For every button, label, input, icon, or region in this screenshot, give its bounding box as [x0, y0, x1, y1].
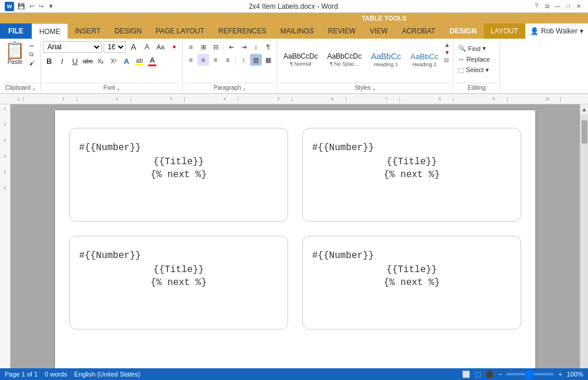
view-web-btn[interactable]: ⬛ — [486, 371, 494, 378]
label-cell-3[interactable]: #{{Number}} {{Title}} {% next %} — [62, 229, 295, 337]
tab-insert[interactable]: INSERT — [68, 23, 108, 39]
restore-btn[interactable]: ⧉ — [542, 2, 552, 11]
align-right-button[interactable]: ≡ — [210, 54, 221, 66]
clipboard-content: 📋 Paste ✂ ⧉ 🖌 — [2, 41, 38, 82]
tab-file[interactable]: FILE — [0, 23, 32, 39]
style-heading2[interactable]: AaBbCc Heading 2 — [406, 41, 443, 79]
style-heading1[interactable]: AaBbCc Heading 1 — [367, 41, 405, 79]
font-row1: Arial 16 A A Aa ✦ — [43, 41, 180, 53]
tab-references[interactable]: REFERENCES — [211, 23, 274, 39]
window-title: 2x4 Item Labels.docx - Word — [55, 2, 532, 11]
format-painter-button[interactable]: 🖌 — [29, 59, 36, 67]
styles-scroll-down[interactable]: ▼ — [443, 49, 450, 56]
text-highlight-button[interactable]: ab — [134, 55, 145, 67]
clipboard-group: 📋 Paste ✂ ⧉ 🖌 Clipboard ⌟ — [0, 40, 41, 92]
tab-table-design[interactable]: DESIGN — [443, 23, 484, 39]
close-btn[interactable]: ✕ — [574, 2, 583, 11]
view-print-btn[interactable]: ⬜ — [462, 371, 470, 378]
font-color-button[interactable]: A — [146, 55, 158, 67]
zoom-in-btn[interactable]: + — [558, 371, 562, 378]
label-cell-2[interactable]: #{{Number}} {{Title}} {% next %} — [295, 121, 528, 229]
italic-button[interactable]: I — [56, 55, 68, 67]
increase-indent-button[interactable]: ⇥ — [238, 41, 249, 53]
tab-table-layout[interactable]: LAYOUT — [484, 23, 525, 39]
save-btn[interactable]: 💾 — [16, 3, 26, 9]
redo-btn[interactable]: ↪ — [37, 3, 45, 9]
editing-content: 🔍 Find ▾ ↔ Replace ⬚ Select ▾ — [456, 41, 497, 82]
tab-mailings[interactable]: MAILINGS — [274, 23, 321, 39]
help-btn[interactable]: ? — [532, 2, 541, 11]
style-heading1-preview: AaBbCc — [371, 52, 401, 60]
bold-button[interactable]: B — [43, 55, 55, 67]
line-spacing-button[interactable]: ↕ — [238, 54, 249, 66]
show-formatting-button[interactable]: ¶ — [262, 41, 274, 53]
styles-scroll-up[interactable]: ▲ — [443, 41, 450, 49]
multilevel-list-button[interactable]: ⊟ — [210, 41, 221, 53]
font-size-select[interactable]: 16 — [104, 41, 126, 53]
bullets-button[interactable]: ≡ — [185, 41, 197, 53]
zoom-out-btn[interactable]: − — [498, 371, 502, 378]
shading-button[interactable]: ▥ — [250, 54, 262, 66]
style-no-spacing-label: ¶ No Spac... — [330, 61, 358, 67]
clear-format-button[interactable]: ✦ — [168, 41, 180, 53]
select-icon: ⬚ — [458, 66, 464, 74]
style-no-spacing[interactable]: AaBbCcDc ¶ No Spac... — [323, 41, 366, 79]
tab-design[interactable]: DESIGN — [108, 23, 149, 39]
view-full-btn[interactable]: ⬚ — [475, 371, 481, 378]
label-cell-4[interactable]: #{{Number}} {{Title}} {% next %} — [295, 229, 528, 337]
replace-button[interactable]: ↔ Replace — [456, 55, 492, 64]
copy-button[interactable]: ⧉ — [29, 50, 36, 59]
status-bar: Page 1 of 1 0 words English (United Stat… — [0, 368, 588, 380]
align-left-button[interactable]: ≡ — [185, 54, 197, 66]
select-button[interactable]: ⬚ Select ▾ — [456, 65, 491, 75]
styles-more[interactable]: ⊟ — [443, 56, 450, 64]
style-heading1-label: Heading 1 — [374, 62, 398, 67]
styles-scroll: ▲ ▼ ⊟ — [443, 41, 450, 64]
scroll-thumb[interactable] — [582, 120, 587, 144]
tab-review[interactable]: REVIEW — [321, 23, 363, 39]
style-normal[interactable]: AaBbCcDc ¶ Normal — [279, 41, 322, 79]
border-button[interactable]: ▦ — [262, 54, 274, 66]
editing-label: Editing — [456, 83, 497, 91]
tab-view[interactable]: VIEW — [363, 23, 395, 39]
user-dropdown[interactable]: ▾ — [580, 27, 583, 35]
cut-button[interactable]: ✂ — [29, 42, 36, 50]
vertical-ruler: 1 2 3 4 5 6 — [0, 104, 11, 380]
status-right: ⬜ ⬚ ⬛ − + 100% — [462, 371, 583, 378]
font-name-select[interactable]: Arial — [43, 41, 102, 53]
label-4-number: #{{Number}} — [312, 250, 374, 261]
text-effects-button[interactable]: A — [121, 55, 132, 67]
align-center-button[interactable]: ≡ — [197, 54, 209, 66]
justify-button[interactable]: ≡ — [222, 54, 234, 66]
numbering-button[interactable]: ⊞ — [197, 41, 209, 53]
para-sep2 — [235, 56, 236, 63]
vertical-scrollbar[interactable]: ▲ ▼ — [580, 104, 588, 380]
minimize-btn[interactable]: — — [553, 2, 562, 11]
customize-btn[interactable]: ▼ — [47, 3, 55, 9]
zoom-slider[interactable] — [507, 373, 553, 375]
label-1-next: {% next %} — [79, 169, 278, 180]
decrease-indent-button[interactable]: ⇤ — [225, 41, 237, 53]
label-cell-1[interactable]: #{{Number}} {{Title}} {% next %} — [62, 121, 295, 229]
scroll-track[interactable] — [580, 114, 588, 370]
tab-home[interactable]: HOME — [32, 23, 68, 39]
sort-button[interactable]: ↕ — [250, 41, 262, 53]
find-button[interactable]: 🔍 Find ▾ — [456, 43, 488, 53]
shrink-font-button[interactable]: A — [141, 41, 153, 53]
page-info: Page 1 of 1 — [5, 371, 37, 378]
language: English (United States) — [74, 371, 141, 378]
maximize-btn[interactable]: □ — [563, 2, 573, 11]
subscript-button[interactable]: X₂ — [95, 55, 107, 67]
superscript-button[interactable]: X² — [108, 55, 119, 67]
strikethrough-button[interactable]: abc — [82, 55, 94, 67]
undo-btn[interactable]: ↩ — [28, 3, 35, 9]
font-label: Font ⌟ — [43, 83, 180, 91]
underline-button[interactable]: U — [69, 55, 81, 67]
tab-page-layout[interactable]: PAGE LAYOUT — [149, 23, 211, 39]
scroll-up-arrow[interactable]: ▲ — [582, 104, 587, 114]
grow-font-button[interactable]: A — [128, 41, 139, 53]
label-4-next: {% next %} — [312, 277, 511, 288]
change-case-button[interactable]: Aa — [155, 41, 166, 53]
tab-acrobat[interactable]: ACROBAT — [395, 23, 442, 39]
paste-button[interactable]: 📋 Paste — [2, 41, 28, 66]
